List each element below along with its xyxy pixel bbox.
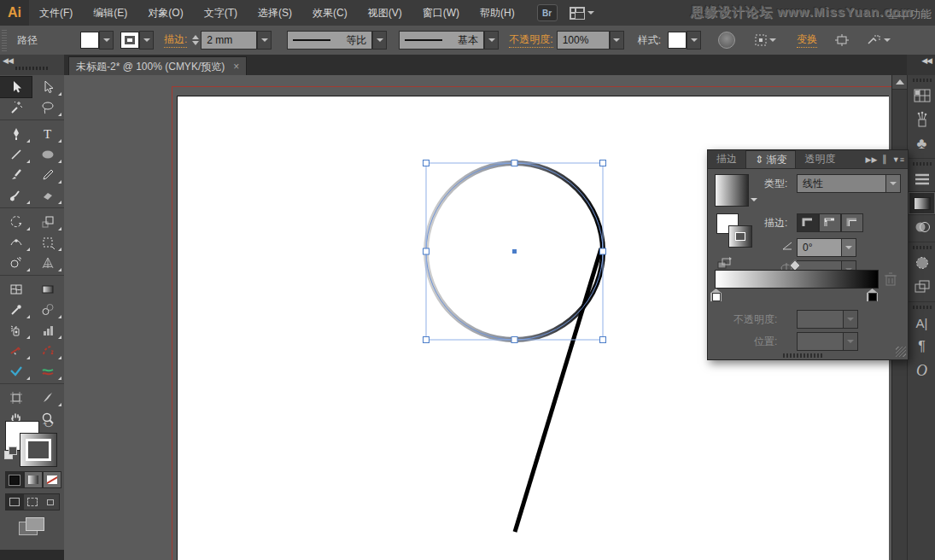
recolor-artwork-icon[interactable] [718, 32, 735, 49]
gradient-swatch-thumbnail[interactable] [715, 174, 749, 207]
menu-help[interactable]: 帮助(H) [470, 0, 525, 26]
fill-dropdown[interactable] [99, 31, 114, 50]
gradient-panel-icon[interactable] [908, 191, 935, 215]
perspective-grid-tool[interactable] [32, 253, 63, 273]
rotate-tool[interactable] [0, 212, 32, 232]
plugin-curve-tool[interactable] [0, 341, 32, 361]
angle-dropdown-icon[interactable] [841, 238, 856, 257]
gradient-mode-button[interactable] [24, 471, 43, 488]
screen-mode-button[interactable] [19, 517, 44, 536]
width-profile-select[interactable]: 等比 [287, 31, 372, 50]
swatches-panel-icon[interactable] [908, 84, 935, 108]
free-transform-tool[interactable] [32, 232, 63, 253]
isolate-selection-icon[interactable] [867, 33, 891, 47]
plugin-smooth-tool[interactable] [32, 361, 63, 382]
magic-wand-tool[interactable] [0, 97, 32, 118]
column-graph-tool[interactable] [32, 320, 63, 341]
eyedropper-tool[interactable] [0, 300, 32, 320]
gradient-stop-black[interactable] [867, 289, 878, 301]
stroke-weight-value[interactable]: 2 mm [201, 31, 257, 50]
gradient-along-stroke-button[interactable] [819, 213, 841, 232]
align-icon[interactable] [834, 33, 850, 47]
shape-builder-tool[interactable] [0, 253, 32, 273]
gradient-type-select[interactable]: 线性 [797, 174, 897, 193]
paragraph-panel-icon[interactable]: ¶ [908, 335, 935, 359]
select-similar-icon[interactable] [754, 33, 776, 47]
style-dropdown[interactable] [687, 31, 701, 50]
stroke-dropdown[interactable] [139, 31, 154, 50]
default-fill-stroke-icon[interactable] [4, 446, 16, 458]
scroll-up-icon[interactable] [892, 75, 908, 90]
profile-dropdown[interactable] [372, 31, 387, 50]
transform-link[interactable]: 变换 [797, 32, 817, 48]
expand-dock-icon[interactable]: ◀◀ [921, 56, 932, 65]
gradient-across-stroke-button[interactable] [841, 213, 863, 232]
gradient-tool[interactable] [32, 279, 63, 300]
menu-window[interactable]: 窗口(W) [412, 0, 470, 26]
blob-brush-tool[interactable] [0, 185, 32, 206]
plugin-arc-tool[interactable] [32, 341, 63, 361]
tab-gradient[interactable]: ⇕ 渐变 [745, 150, 796, 168]
character-panel-icon[interactable]: A| [908, 311, 935, 335]
draw-inside-button[interactable] [41, 494, 59, 510]
stroke-proxy-swatch[interactable] [20, 433, 57, 467]
gradient-stroke-proxy[interactable] [728, 225, 752, 248]
dock-header[interactable]: ◀◀ [907, 55, 935, 75]
stroke-weight-dropdown[interactable] [257, 31, 272, 50]
opacity-panel-link[interactable]: 不透明度: [509, 32, 552, 48]
gradient-within-stroke-button[interactable] [797, 213, 819, 232]
mesh-tool[interactable] [0, 279, 32, 300]
arrange-documents-icon[interactable] [570, 7, 594, 20]
opacity-value[interactable]: 100% [557, 31, 610, 50]
stroke-panel-icon[interactable] [908, 167, 935, 191]
panel-menu-icon[interactable]: ▼≡ [892, 155, 904, 164]
stroke-color-swatch[interactable] [120, 32, 139, 49]
symbols-panel-icon[interactable]: ♣ [908, 131, 935, 155]
swap-fill-stroke-icon[interactable]: ⤸ [43, 422, 54, 428]
brush-dropdown[interactable] [484, 31, 499, 50]
brushes-panel-icon[interactable] [908, 108, 935, 131]
line-segment-tool[interactable] [0, 144, 32, 165]
appearance-panel-icon[interactable] [908, 251, 935, 275]
width-tool[interactable] [0, 232, 32, 253]
artboard-tool[interactable] [0, 388, 32, 408]
stroke-weight-stepper[interactable] [192, 35, 199, 45]
tab-transparency[interactable]: 透明度 [796, 150, 844, 168]
blend-tool[interactable] [32, 300, 63, 320]
panel-resize-grip[interactable] [896, 347, 906, 357]
type-dropdown-icon[interactable] [885, 174, 901, 193]
menu-select[interactable]: 选择(S) [248, 0, 302, 26]
collapse-tools-icon[interactable]: ◀◀ [3, 56, 13, 65]
menu-type[interactable]: 文字(T) [194, 0, 248, 26]
panel-resize-dots[interactable] [783, 353, 822, 358]
menu-effect[interactable]: 效果(C) [302, 0, 358, 26]
lasso-tool[interactable] [32, 97, 63, 118]
stroke-panel-link[interactable]: 描边: [164, 32, 187, 48]
expand-panel-icon[interactable]: ▶▶ [865, 155, 877, 164]
menu-file[interactable]: 文件(F) [29, 0, 83, 26]
gradient-stop-white[interactable] [710, 289, 722, 301]
draw-normal-button[interactable] [6, 494, 24, 510]
slice-tool[interactable] [32, 388, 63, 408]
transparency-panel-icon[interactable] [908, 215, 935, 239]
pen-tool[interactable] [0, 124, 32, 144]
direct-selection-tool[interactable] [32, 77, 63, 97]
style-swatch[interactable] [668, 32, 687, 49]
type-tool[interactable]: T [32, 124, 63, 144]
brush-definition-select[interactable]: 基本 [399, 31, 484, 50]
pencil-tool[interactable] [32, 165, 63, 185]
scale-tool[interactable] [32, 212, 63, 232]
document-tab[interactable]: 未标题-2* @ 100% (CMYK/预览) × [68, 56, 247, 76]
tab-stroke[interactable]: 描边 [708, 150, 745, 168]
panel-gripper[interactable] [2, 29, 7, 51]
close-tab-icon[interactable]: × [233, 61, 239, 73]
color-mode-button[interactable] [5, 471, 24, 488]
opentype-panel-icon[interactable]: O [908, 359, 935, 382]
menu-object[interactable]: 对象(O) [137, 0, 193, 26]
selection-tool[interactable] [0, 77, 32, 97]
ellipse-tool[interactable] [32, 144, 63, 165]
none-mode-button[interactable] [43, 471, 61, 488]
opacity-dropdown[interactable] [610, 31, 624, 50]
plugin-polyline-tool[interactable] [0, 361, 32, 382]
tools-panel-header[interactable]: ◀◀ [0, 55, 64, 75]
